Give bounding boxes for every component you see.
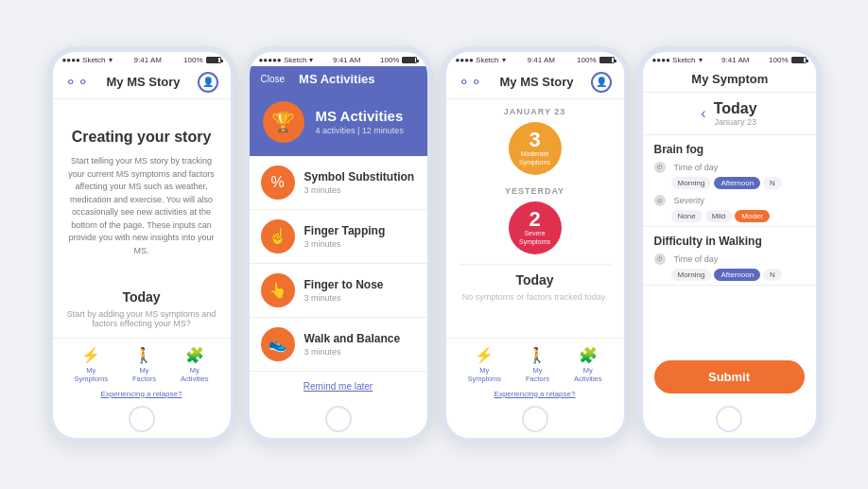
activity-time-0: 3 minutes (304, 185, 415, 195)
header-3: ⚬⚬ My MS Story 👤 (446, 66, 624, 99)
experiencing-link-3[interactable]: Experiencing a relapse? (446, 387, 624, 401)
submit-button[interactable]: Submit (654, 360, 805, 393)
moderate-circle: 3 ModerateSymptoms (509, 122, 562, 175)
time-4: 9:41 AM (721, 56, 749, 64)
story-text: Start telling your MS story by tracking … (66, 155, 217, 257)
activity-name-2: Finger to Nose (304, 278, 384, 291)
header-2: Close MS Activities (250, 66, 427, 92)
factors-label-3: MyFactors (526, 366, 549, 383)
story-data-body: JANUARY 23 3 ModerateSymptoms YESTERDAY … (446, 99, 624, 338)
status-bar-2: ●●●●● Sketch ▾ 9:41 AM 100% (250, 52, 427, 66)
walk-time-label: Time of day (674, 254, 719, 264)
activity-item-1[interactable]: ☝ Finger Tapping 3 minutes (250, 210, 427, 264)
activity-name-3: Walk and Balance (304, 332, 401, 345)
story-title: Creating your story (72, 129, 212, 146)
date-small-label: January 23 (714, 117, 757, 127)
close-button-2[interactable]: Close (261, 74, 286, 84)
graph-icon-1: ⚬⚬ (64, 73, 89, 91)
carrier-3: ●●●● Sketch (456, 56, 499, 64)
activity-info-0: Symbol Substitution 3 minutes (304, 170, 415, 195)
january-label: JANUARY 23 (504, 107, 566, 116)
hero-title: MS Activities (316, 108, 404, 124)
remind-link[interactable]: Remind me later (250, 372, 427, 401)
nav-activities-3[interactable]: 🧩 MyActivities (574, 346, 602, 383)
chevron-left-icon[interactable]: ‹ (701, 105, 705, 122)
pill-mild-bf[interactable]: Mild (705, 210, 733, 222)
pill-none-bf[interactable]: None (671, 210, 703, 222)
battery-label-2: 100% (380, 56, 399, 64)
battery-icon-3 (599, 57, 615, 63)
time-3: 9:41 AM (528, 56, 555, 64)
walking-title: Difficulty in Walking (654, 235, 805, 248)
yesterday-label: YESTERDAY (505, 186, 564, 196)
activity-time-1: 3 minutes (304, 239, 386, 249)
severe-number: 2 (529, 209, 540, 230)
brain-fog-severity-row: ◎ Severity (654, 195, 805, 206)
phone-2: ●●●●● Sketch ▾ 9:41 AM 100% Close MS Act… (244, 46, 433, 444)
profile-icon-1[interactable]: 👤 (198, 72, 218, 93)
nav-symptoms-1[interactable]: ⚡ MySymptoms (74, 346, 107, 383)
pill-morning-walk[interactable]: Morning (671, 269, 712, 281)
battery-icon-1 (206, 57, 221, 63)
activity-icon-0: % (261, 166, 295, 200)
home-button-3[interactable] (522, 406, 548, 432)
today-no-data: No symptoms or factors tracked today. (460, 292, 611, 302)
pill-afternoon-bf[interactable]: Afternoon (714, 177, 760, 189)
factors-label-1: MyFactors (132, 366, 156, 383)
today-date-block: ‹ Today January 23 (643, 93, 816, 135)
header-1: ⚬⚬ My MS Story 👤 (53, 66, 231, 99)
nav-factors-3[interactable]: 🚶 MyFactors (526, 346, 549, 383)
phone-1: ●●●● Sketch ▾ 9:41 AM 100% ⚬⚬ My MS Stor… (47, 46, 236, 444)
pill-n-bf[interactable]: N (763, 177, 782, 189)
nav-factors-1[interactable]: 🚶 MyFactors (132, 346, 156, 383)
severity-icon-bf: ◎ (654, 195, 666, 206)
carrier-1: ●●●● Sketch (62, 56, 106, 64)
close-button-4[interactable]: Close (652, 74, 677, 84)
symptoms-icon-1: ⚡ (81, 346, 100, 364)
clock-icon-bf-time: ⏱ (654, 162, 666, 173)
activity-icon-3: 👟 (261, 327, 295, 361)
today-big-label: Today (714, 100, 757, 117)
activity-item-3[interactable]: 👟 Walk and Balance 3 minutes (250, 318, 427, 372)
bottom-nav-1: ⚡ MySymptoms 🚶 MyFactors 🧩 MyActivities (53, 338, 231, 387)
battery-icon-2 (402, 57, 417, 63)
today-label-1: Today (66, 289, 217, 305)
page-title-3: My MS Story (499, 75, 573, 89)
brain-fog-title: Brain fog (654, 143, 805, 156)
nav-symptoms-3[interactable]: ⚡ MySymptoms (467, 346, 500, 383)
battery-label-1: 100% (183, 56, 202, 64)
pill-afternoon-walk[interactable]: Afternoon (714, 269, 760, 281)
time-2: 9:41 AM (333, 56, 360, 64)
status-bar-1: ●●●● Sketch ▾ 9:41 AM 100% (53, 52, 231, 66)
activity-item-0[interactable]: % Symbol Substitution 3 minutes (250, 156, 427, 210)
wifi-icon-1: ▾ (109, 56, 113, 64)
phone1-content: Creating your story Start telling your M… (53, 99, 231, 338)
bf-severity-pills: None Mild Moder (671, 210, 805, 222)
nav-activities-1[interactable]: 🧩 MyActivities (181, 346, 209, 383)
carrier-4: ●●●● Sketch (652, 56, 696, 64)
wifi-icon-2: ▾ (309, 56, 313, 64)
pill-moderate-bf[interactable]: Moder (735, 210, 770, 222)
experiencing-link-1[interactable]: Experiencing a relapse? (53, 387, 231, 401)
moderate-label: ModerateSymptoms (519, 150, 550, 166)
activity-item-2[interactable]: 👆 Finger to Nose 3 minutes (250, 264, 427, 318)
page-title-4: My Symptom (691, 72, 768, 86)
home-button-1[interactable] (129, 406, 155, 432)
today-section-1: Today Start by adding your MS symptoms a… (53, 280, 231, 338)
hero-sub: 4 activities | 12 minutes (316, 126, 404, 135)
activity-time-2: 3 minutes (304, 293, 384, 303)
symptom-walking: Difficulty in Walking ⏱ Time of day Morn… (643, 227, 816, 286)
activity-icon-2: 👆 (261, 273, 295, 307)
pill-morning-bf[interactable]: Morning (671, 177, 712, 189)
phone-3: ●●●● Sketch ▾ 9:41 AM 100% ⚬⚬ My MS Stor… (441, 46, 630, 444)
story-body: Creating your story Start telling your M… (53, 99, 231, 280)
profile-icon-3[interactable]: 👤 (591, 72, 612, 93)
status-bar-3: ●●●● Sketch ▾ 9:41 AM 100% (446, 52, 624, 66)
today-section-3: Today No symptoms or factors tracked tod… (460, 264, 611, 309)
home-button-2[interactable] (325, 406, 352, 432)
page-title-2: MS Activities (299, 72, 374, 86)
pill-n-walk[interactable]: N (763, 269, 782, 281)
home-button-4[interactable] (716, 406, 742, 432)
activities-label-1: MyActivities (181, 366, 209, 383)
symptoms-label-1: MySymptoms (74, 366, 107, 383)
